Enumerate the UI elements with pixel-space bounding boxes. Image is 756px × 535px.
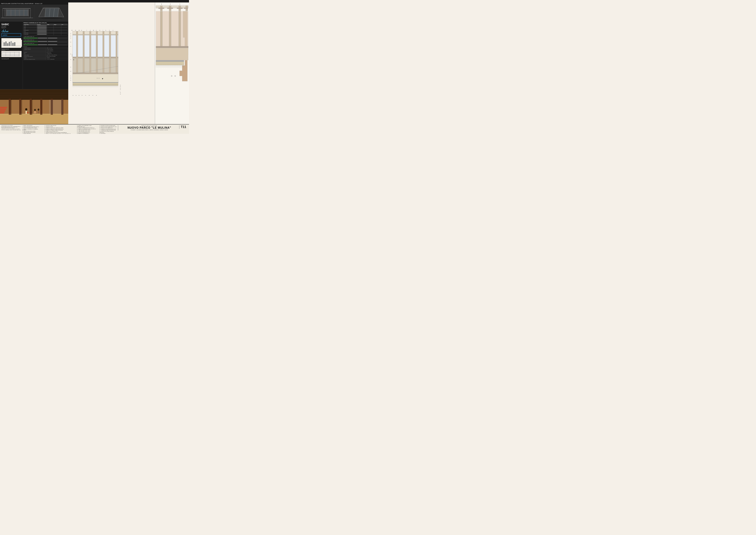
svg-rect-61 [30,99,32,115]
left-num-23: 23 [70,71,71,72]
svg-rect-90 [90,31,91,57]
svg-rect-73 [35,111,36,113]
svg-rect-105 [73,74,118,83]
svg-rect-14 [20,10,23,16]
left-num-20: 20 [70,54,71,54]
sabic-name: SABIC Innovative Plastics™ [1,23,21,28]
top-num-5: 5 [109,30,110,31]
left-num-24: 24 [70,80,71,81]
svg-rect-68 [0,107,7,108]
svg-point-28 [39,17,63,19]
specs-table: Lunghezza pannello1000 mm ±2.5 mm Lunghe… [23,47,68,60]
svg-rect-89 [83,31,85,57]
svg-rect-100 [96,57,98,73]
svg-rect-7 [15,9,15,16]
svg-marker-25 [45,9,50,17]
right-top-2: 2 [170,4,171,5]
footer: UNIVERSITÀ DEGLI STUDI DI FIRENZE SCUOLA… [0,124,189,134]
svg-rect-62 [40,99,42,115]
far-bottom-38: 38 [96,95,97,96]
top-num-11: 11 [81,30,82,31]
left-num-21: 21 [70,59,71,60]
main-section-svg: 13 12 10 11 7 9 10 9 8 7 6 5 4 [70,4,153,123]
svg-rect-60 [19,99,21,115]
svg-rect-67 [32,99,33,115]
left-num-16: 16 [70,37,71,37]
logo-column: SABIC Innovative Plastics™ سابك sabic Fi… [0,21,23,89]
legend-col-3: 19 - PANNELLI IN POLICARBONATO "LEXAN TH… [77,125,96,134]
allowance-text: allowance [72,54,72,57]
svg-rect-102 [109,57,111,73]
university-block: UNIVERSITÀ DEGLI STUDI DI FIRENZE SCUOLA… [1,125,22,131]
svg-rect-94 [116,31,118,57]
svg-rect-8 [19,9,20,16]
top-num-8: 8 [99,30,100,31]
svg-rect-77 [38,111,39,113]
svg-rect-70 [0,110,5,112]
svg-rect-15 [24,10,28,16]
svg-rect-33 [5,42,7,46]
specs-header: Resistenza [23,46,68,47]
svg-rect-134 [156,62,184,65]
arch-drawing-left [0,5,34,21]
right-num-28: 28 [120,85,121,86]
legend-col-4: 28 - MONTANTE IN ACCIAIO SISTEMA "PALLAD… [99,125,118,134]
right-panel-svg: 3 2 1 [155,2,189,102]
svg-rect-122 [177,8,182,9]
svg-rect-52 [0,114,68,124]
header-bar [0,0,189,2]
figure1-graph [2,40,22,47]
top-num-10: 10 [79,30,80,31]
top-num-4: 4 [113,30,113,31]
svg-rect-108 [73,83,118,85]
svg-rect-43 [2,52,20,53]
footer-title-block: PARCO DELLE CASCINE NUOVO PARCO "LE MULI… [118,125,179,130]
svg-rect-103 [116,57,118,73]
right-num-31: 31 [120,89,121,90]
top-num-9c: 9 [96,30,96,31]
panel-title: PARTICOLARE COSTRUTTIVO DELL'AUDITORIUM … [0,2,68,5]
svg-point-76 [38,108,40,111]
svg-rect-10 [28,9,29,16]
svg-point-78 [25,108,27,111]
svg-rect-99 [90,57,91,73]
svg-rect-44 [2,54,20,55]
far-bottom-43: 43 [76,95,76,96]
svg-rect-71 [0,112,4,113]
right-top-1: 1 [179,4,180,5]
left-num-18: 18 [70,42,71,42]
top-num-12: 12 [75,30,76,31]
svg-rect-66 [21,99,22,115]
legend-col-2: 10 - ISOLANTE IN LANA DI ROCCIA 11 - GES… [44,125,73,134]
svg-rect-120 [167,8,173,9]
left-num-10c: 10 [70,78,71,79]
right-num-32: 32 [120,92,121,93]
svg-rect-131 [156,48,188,60]
legend-col-1: 1 - PANNELLI CARTONGESSO 2 - PROFILO SCA… [22,125,41,134]
lexan-table-3: LEXAN THERMOCLEAR® sheet A [23,42,68,45]
svg-rect-96 [73,58,118,73]
svg-rect-98 [83,57,85,73]
right-top-3: 3 [161,4,162,5]
interior-photo [0,89,68,124]
svg-rect-80 [27,112,28,113]
svg-rect-92 [102,31,104,57]
top-num-13: 13 [71,30,72,31]
legend: 1 - PANNELLI CARTONGESSO 2 - PROFILO SCA… [22,125,118,134]
svg-rect-86 [73,34,118,35]
page-container: PARTICOLARE COSTRUTTIVO DELL'AUDITORIUM … [0,0,189,134]
svg-rect-118 [159,8,164,9]
far-bottom-44: 44 [73,95,73,96]
thermal-section: Figure 1: Resistenza agli urti [1,38,21,59]
product-column: PRODUCT OVERVIEW (as of this catalog) Pr… [23,21,68,89]
svg-rect-37 [12,43,14,46]
svg-rect-6 [11,9,11,16]
right-num-33: 33 [120,94,121,95]
svg-rect-11 [7,10,10,16]
svg-rect-97 [76,57,78,73]
svg-marker-20 [43,8,60,9]
specs-section: Resistenza Lunghezza pannello1000 mm ±2.… [23,46,68,60]
far-bottom-39: 39 [93,95,93,96]
svg-rect-133 [156,60,184,62]
left-middle: SABIC Innovative Plastics™ سابك sabic Fi… [0,21,68,89]
